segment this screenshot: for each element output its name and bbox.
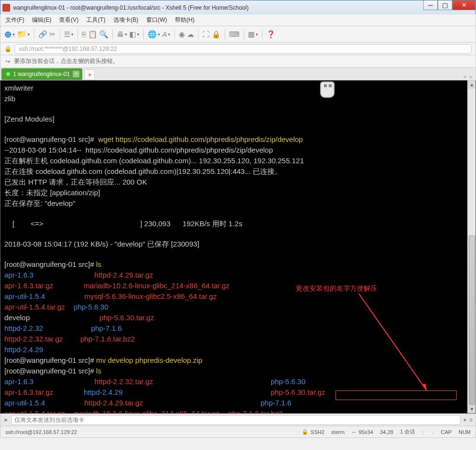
tab-next-icon[interactable]: ▸ [470,73,473,80]
window-titlebar: wangruifenglinux-01 - root@wangruifeng-0… [0,0,476,15]
menu-edit[interactable]: 编辑(E) [32,16,51,24]
tab-nav: ◂ ▸ [463,73,473,80]
status-term: xterm [331,429,345,435]
separator [77,29,78,40]
menu-tools[interactable]: 工具(T) [86,16,105,24]
window-title: wangruifenglinux-01 - root@wangruifeng-0… [13,4,474,11]
separator [60,29,60,40]
lock-icon[interactable]: 🔒 [212,30,221,39]
highlight-box [336,390,457,400]
maximize-button[interactable]: ▢ [438,0,452,10]
separator [112,29,113,40]
print-icon[interactable]: 🖶 [117,30,124,38]
scroll-down-icon[interactable]: ▼ [468,405,476,413]
separator [198,29,199,40]
separator [34,29,34,40]
globe-icon[interactable]: 🌐 [148,30,157,39]
usb-device-icon [320,81,335,98]
separator [225,29,225,40]
tab-label: 1 wangruifenglinux-01 [13,71,70,78]
toolbar: ⊕▾ 📁▾ 🔗 ✂ ☰▾ ⎘ 📋 🔍 🖶▾ ◧▾ 🌐▾ A▾ ◉ ☁ ⛶ 🔒 ⌨… [0,26,476,43]
session-tab[interactable]: 1 wangruifenglinux-01 × [1,68,82,80]
send-icon[interactable]: ➤ [3,417,8,423]
separator [262,29,262,40]
separator [174,29,175,40]
tab-close-icon[interactable]: × [73,71,79,78]
find-icon[interactable]: 🔍 [99,30,108,39]
keyboard-icon[interactable]: ⌨ [229,30,240,39]
info-icon: ↪ [5,58,10,65]
scroll-thumb[interactable] [469,235,475,405]
menu-view[interactable]: 查看(V) [59,16,78,24]
nav-down-icon[interactable]: ↓ [431,429,434,435]
dropdown-icon[interactable]: ▾ [71,32,74,37]
menu-help[interactable]: 帮助(H) [175,16,195,24]
dropdown-icon[interactable]: ▾ [125,32,127,37]
tab-bar: 1 wangruifenglinux-01 × + ◂ ▸ [0,68,476,80]
help-icon[interactable]: ❓ [266,30,276,39]
minimize-button[interactable]: ─ [423,0,438,10]
new-session-icon[interactable]: ⊕ [4,29,12,40]
separator [143,29,144,40]
tile-icon[interactable]: ▦ [248,30,255,39]
open-icon[interactable]: 📁 [17,30,27,39]
status-dot-icon [6,72,10,76]
command-input[interactable] [11,415,461,425]
menu-window[interactable]: 窗口(W) [146,16,167,24]
disconnect-icon[interactable]: ✂ [49,30,56,39]
address-input[interactable] [15,44,472,54]
lock-icon: 🔒 [4,46,12,52]
menu-tabs[interactable]: 选项卡(B) [113,16,138,24]
status-sessions: 1 会话 [400,428,415,435]
svg-line-0 [359,294,427,390]
status-bar: ssh://root@192.168.57.129:22 🔒 SSH2 xter… [0,426,476,438]
menu-bar: 文件(F) 编辑(E) 查看(V) 工具(T) 选项卡(B) 窗口(W) 帮助(… [0,15,476,26]
address-bar: 🔒 [0,43,476,55]
annotation-arrow [339,289,446,400]
command-bar: ➤ ▾ ≡ [0,414,476,426]
copy-icon[interactable]: ⎘ [82,30,86,38]
menu-file[interactable]: 文件(F) [5,16,24,24]
status-size: ↔ 95x34 [352,429,373,435]
svg-marker-1 [422,384,427,390]
new-tab-button[interactable]: + [84,69,95,80]
info-bar: ↪ 要添加当前会话，点击左侧的箭头按钮。 [0,55,476,68]
dropdown-icon[interactable]: ▾ [28,32,30,37]
info-text: 要添加当前会话，点击左侧的箭头按钮。 [14,57,119,65]
tab-prev-icon[interactable]: ◂ [463,73,466,80]
fullscreen-icon[interactable]: ⛶ [202,30,210,38]
terminal-icon[interactable]: ☁ [187,30,194,39]
dropdown-icon[interactable]: ▾ [256,32,258,37]
status-connection: ssh://root@192.168.57.129:22 [5,429,295,435]
status-ssh: 🔒 SSH2 [302,429,324,435]
close-button[interactable]: ✕ [452,0,476,10]
properties-icon[interactable]: ☰ [64,30,70,39]
script-icon[interactable]: ◉ [179,30,185,39]
nav-up-icon[interactable]: ↑ [422,429,425,435]
status-cap: CAP [441,429,452,435]
menu-icon[interactable]: ≡ [469,417,473,423]
dropdown-icon[interactable]: ▾ [158,32,160,37]
status-num: NUM [459,429,471,435]
paste-icon[interactable]: 📋 [88,30,97,39]
terminal-scrollbar[interactable]: ▲ ▼ [467,80,476,413]
app-icon [2,4,10,12]
dropdown-icon[interactable]: ▾ [137,32,139,37]
terminal[interactable]: xmlwriter zlib [Zend Modules] [root@wang… [0,80,476,414]
dropdown-icon[interactable]: ▾ [168,32,170,37]
color-icon[interactable]: ◧ [129,30,136,39]
dropdown-icon[interactable]: ▾ [13,32,15,37]
font-icon[interactable]: A [162,30,167,38]
status-pos: 34,28 [380,429,394,435]
scroll-up-icon[interactable]: ▲ [468,80,476,89]
target-dropdown-icon[interactable]: ▾ [463,417,466,423]
separator [244,29,244,40]
reconnect-icon[interactable]: 🔗 [38,30,47,39]
annotation-text: 更改安装包的名字方便解压 [296,284,377,294]
